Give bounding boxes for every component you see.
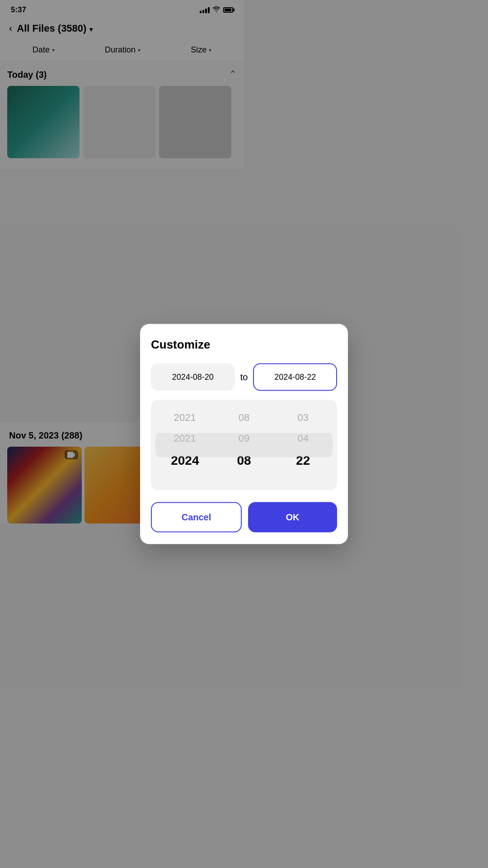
cancel-button[interactable]: Cancel	[151, 502, 242, 524]
year-column: 2021 2021 2024	[155, 407, 215, 483]
year-item[interactable]: 2021	[155, 407, 215, 428]
dialog-buttons: Cancel OK	[151, 502, 244, 524]
date-picker[interactable]: 2021 2021 2024 08 09 08 03 04 22	[151, 400, 244, 491]
month-item[interactable]: 09	[215, 428, 244, 449]
start-date-input[interactable]: 2024-08-20	[151, 363, 235, 391]
month-item-selected[interactable]: 08	[215, 449, 244, 472]
month-item[interactable]: 08	[215, 407, 244, 428]
date-separator: to	[240, 372, 244, 382]
year-item-selected[interactable]: 2024	[155, 449, 215, 472]
dialog-title: Customize	[151, 338, 244, 352]
month-column: 08 09 08	[215, 407, 244, 483]
year-item[interactable]: 2021	[155, 428, 215, 449]
customize-dialog: Customize 2024-08-20 to 2024-08-22 2021 …	[140, 324, 244, 524]
date-range-row: 2024-08-20 to 2024-08-22	[151, 363, 244, 391]
